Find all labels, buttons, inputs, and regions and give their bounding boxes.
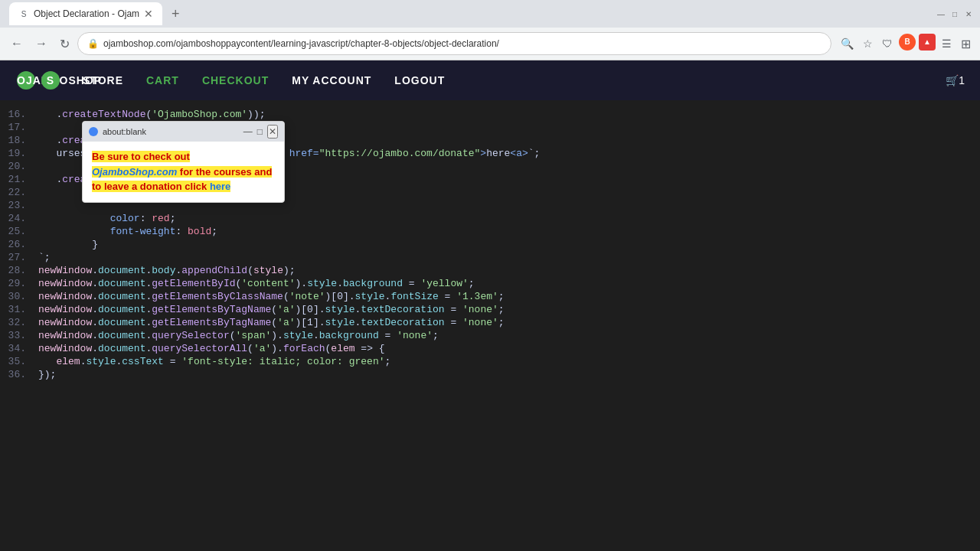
window-controls: — □ ✕: [936, 8, 974, 19]
browser-tab[interactable]: S Object Declaration - Ojam ✕: [9, 2, 162, 25]
new-tab-button[interactable]: +: [168, 6, 183, 22]
line-num-35: 35.: [0, 356, 38, 367]
line-num-31: 31.: [0, 304, 38, 315]
tooltip-body: Be sure to check out OjamboShop.com for …: [83, 142, 284, 202]
tab-title: Object Declaration - Ojam: [34, 8, 139, 19]
tooltip-popup: about:blank — □ ✕ Be sure to check out O…: [82, 121, 285, 203]
close-window-icon[interactable]: ✕: [963, 8, 974, 19]
tooltip-here-link[interactable]: here: [210, 181, 230, 192]
line-num-32: 32.: [0, 317, 38, 328]
minimize-icon[interactable]: —: [936, 8, 946, 19]
tooltip-minimize-icon[interactable]: —: [243, 125, 253, 139]
nav-checkout[interactable]: CHECKOUT: [202, 74, 269, 86]
line-num-18: 18.: [0, 135, 38, 146]
code-line-28: 28. newWindow.document.body.appendChild(…: [0, 264, 980, 277]
line-num-25: 25.: [0, 226, 38, 237]
line-num-22: 22.: [0, 187, 38, 198]
code-line-34: 34. newWindow.document.querySelectorAll(…: [0, 342, 980, 355]
code-line-25: 25. font-weight: bold;: [0, 225, 980, 238]
address-bar-container: 🔒: [77, 32, 831, 55]
tab-favicon: S: [18, 8, 29, 19]
maximize-icon[interactable]: □: [949, 8, 960, 19]
code-line-36: 36. });: [0, 368, 980, 381]
tooltip-site-link[interactable]: OjamboShop.com: [92, 166, 177, 178]
extension-icon[interactable]: ▲: [919, 34, 936, 51]
line-num-21: 21.: [0, 174, 38, 185]
line-num-36: 36.: [0, 369, 38, 380]
forward-button[interactable]: →: [31, 34, 52, 54]
shield-icon[interactable]: 🛡: [879, 34, 896, 54]
line-num-29: 29.: [0, 278, 38, 289]
code-line-26: 26. }: [0, 238, 980, 251]
bookmark-icon[interactable]: ☆: [860, 34, 876, 54]
site-logo: OJAMBOSHOP S: [15, 71, 60, 90]
search-icon[interactable]: 🔍: [838, 34, 857, 54]
browser-title-bar: S Object Declaration - Ojam ✕ + — □ ✕: [0, 0, 980, 28]
logo-text: OJAMBOSHOP: [17, 71, 35, 90]
code-line-31: 31. newWindow.document.getElementsByTagN…: [0, 303, 980, 316]
nav-cart[interactable]: CART: [146, 74, 179, 86]
line-num-30: 30.: [0, 291, 38, 302]
line-num-27: 27.: [0, 252, 38, 263]
code-line-33: 33. newWindow.document.querySelector('sp…: [0, 329, 980, 342]
lock-icon: 🔒: [87, 38, 99, 49]
line-num-16: 16.: [0, 109, 38, 120]
code-line-29: 29. newWindow.document.getElementById('c…: [0, 277, 980, 290]
tooltip-favicon-dot: [89, 127, 98, 136]
back-button[interactable]: ←: [6, 34, 28, 54]
code-line-32: 32. newWindow.document.getElementsByTagN…: [0, 316, 980, 329]
line-num-17: 17.: [0, 122, 38, 133]
line-num-23: 23.: [0, 200, 38, 211]
nav-store[interactable]: STORE: [83, 74, 123, 86]
code-line-24: 24. color: red;: [0, 212, 980, 225]
line-num-20: 20.: [0, 161, 38, 172]
logo-letter: S: [41, 71, 60, 90]
line-num-26: 26.: [0, 239, 38, 250]
tooltip-close-icon[interactable]: ✕: [267, 125, 278, 139]
tooltip-tab-title: about:blank: [103, 127, 239, 136]
code-line-16: 16. .createTextNode('OjamboShop.com'));: [0, 108, 980, 121]
refresh-button[interactable]: ↻: [55, 34, 74, 54]
line-num-34: 34.: [0, 343, 38, 354]
line-num-33: 33.: [0, 330, 38, 341]
browser-toolbar: ← → ↻ 🔒 🔍 ☆ 🛡 B ▲ ☰ ⊞: [0, 28, 980, 60]
sidebar-toggle-icon[interactable]: ⊞: [958, 34, 974, 54]
tooltip-highlight-text: Be sure to check out OjamboShop.com for …: [92, 151, 272, 192]
line-num-28: 28.: [0, 265, 38, 276]
cart-icon-nav[interactable]: 🛒1: [946, 74, 965, 86]
tab-close-icon[interactable]: ✕: [144, 8, 153, 20]
tooltip-header: about:blank — □ ✕: [83, 122, 284, 142]
line-num-24: 24.: [0, 213, 38, 224]
tooltip-action-icons: — □ ✕: [243, 125, 278, 139]
code-line-35: 35. elem.style.cssText = 'font-style: it…: [0, 355, 980, 368]
nav-logout[interactable]: LOGOUT: [394, 74, 445, 86]
toolbar-icons: 🔍 ☆ 🛡 B ▲ ☰ ⊞: [838, 34, 974, 54]
brave-icon[interactable]: B: [899, 34, 916, 51]
line-num-19: 19.: [0, 148, 38, 159]
nav-my-account[interactable]: MY ACCOUNT: [292, 74, 371, 86]
code-line-30: 30. newWindow.document.getElementsByClas…: [0, 290, 980, 303]
address-bar-input[interactable]: [103, 38, 822, 49]
menu-icon[interactable]: ☰: [939, 34, 955, 54]
tooltip-maximize-icon[interactable]: □: [257, 125, 263, 139]
code-line-27: 27. `;: [0, 251, 980, 264]
site-nav: OJAMBOSHOP S STORE CART CHECKOUT MY ACCO…: [0, 60, 980, 100]
